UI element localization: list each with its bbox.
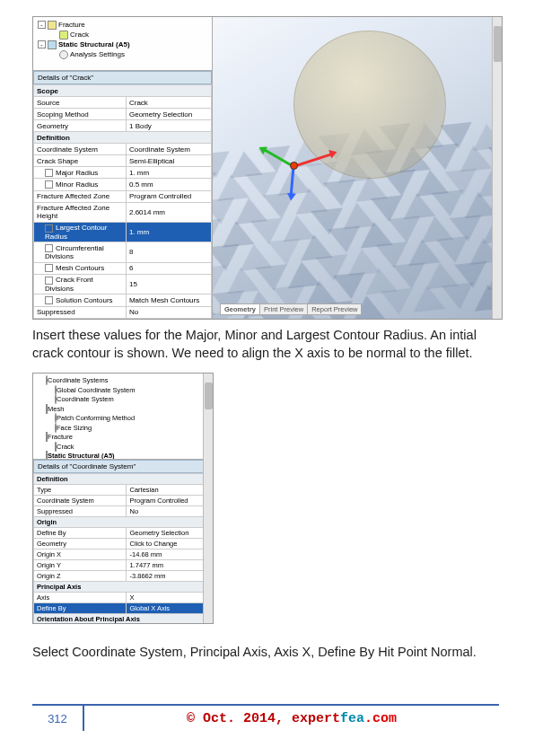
prop-key[interactable]: Type xyxy=(34,485,127,496)
prop-key[interactable]: Major Radius xyxy=(34,167,127,179)
prop-key[interactable]: Origin X xyxy=(34,549,127,560)
prop-value[interactable]: 8 xyxy=(126,242,211,262)
prop-value[interactable]: -14.68 mm xyxy=(127,549,213,560)
crack-left-col: -Fracture Crack -Static Structural (A5) … xyxy=(33,17,213,319)
prop-key[interactable]: Origin Z xyxy=(34,571,127,582)
prop-key[interactable]: Circumferential Divisions xyxy=(34,242,127,262)
details-header: Details of "Coordinate System" xyxy=(33,460,213,473)
tree-label[interactable]: Crack xyxy=(57,443,74,451)
prop-value[interactable]: 0.5 mm xyxy=(126,179,211,190)
prop-key[interactable]: Minor Radius xyxy=(34,179,127,190)
prop-value[interactable]: 1.7477 mm xyxy=(127,560,213,571)
prop-value[interactable]: Coordinate System xyxy=(126,144,211,155)
prop-value[interactable]: Geometry Selection xyxy=(126,109,211,120)
tree-label[interactable]: Patch Conforming Method xyxy=(57,414,135,422)
category-header: Definition xyxy=(34,474,213,485)
tree-collapse-icon[interactable]: - xyxy=(38,21,46,29)
prop-value[interactable]: 1. mm xyxy=(126,222,211,242)
prop-value[interactable]: Program Controlled xyxy=(126,190,211,202)
prop-key[interactable]: Geometry xyxy=(34,120,127,132)
outline-tree-1[interactable]: -Fracture Crack -Static Structural (A5) … xyxy=(33,17,212,71)
prop-key[interactable]: Largest Contour Radius xyxy=(34,222,127,242)
origin-icon xyxy=(290,162,298,170)
prop-key[interactable]: Suppressed xyxy=(34,506,127,517)
prop-key[interactable]: Origin Y xyxy=(34,560,127,571)
tree-label[interactable]: Analysis Settings xyxy=(70,50,125,58)
crack-properties-table: ScopeSourceCrackScoping MethodGeometry S… xyxy=(33,84,212,319)
prop-value[interactable]: -3.8662 mm xyxy=(127,571,213,582)
prop-value[interactable]: 15 xyxy=(126,274,211,294)
coord-properties-table: DefinitionTypeCartesianCoordinate System… xyxy=(33,473,213,623)
category-header: Origin xyxy=(34,517,213,528)
checkbox-icon[interactable] xyxy=(45,169,53,177)
prop-key[interactable]: Scoping Method xyxy=(34,109,127,120)
category-header: Principal Axis xyxy=(34,582,213,593)
checkbox-icon[interactable] xyxy=(45,180,53,189)
prop-value[interactable]: Cartesian xyxy=(127,485,213,496)
scrollbar[interactable] xyxy=(492,17,502,319)
prop-key[interactable]: Coordinate System xyxy=(34,496,127,506)
prop-key[interactable]: Crack Front Divisions xyxy=(34,274,127,294)
prop-value[interactable]: Program Controlled xyxy=(127,496,213,506)
fracture-icon xyxy=(48,21,57,30)
crack-details-panel: -Fracture Crack -Static Structural (A5) … xyxy=(32,16,503,320)
prop-key[interactable]: Fracture Affected Zone xyxy=(34,190,127,202)
checkbox-icon[interactable] xyxy=(45,224,53,233)
tab-report-preview[interactable]: Report Preview xyxy=(307,303,362,315)
prop-key[interactable]: Source xyxy=(34,97,127,109)
prop-key[interactable]: Coordinate System xyxy=(34,144,127,155)
static-structural-icon xyxy=(48,40,57,49)
prop-key[interactable]: Axis xyxy=(34,593,127,603)
prop-value[interactable]: Click to Change xyxy=(127,539,213,549)
prop-value[interactable]: Crack xyxy=(126,97,211,109)
checkbox-icon[interactable] xyxy=(45,296,53,304)
coordinate-triad xyxy=(293,165,365,237)
tab-print-preview[interactable]: Print Preview xyxy=(259,303,308,315)
prop-value[interactable]: Geometry Selection xyxy=(127,528,213,539)
tree-label[interactable]: Static Structural (A5) xyxy=(48,452,115,460)
prop-value[interactable]: Semi-Elliptical xyxy=(126,155,211,167)
tree-label[interactable]: Coordinate Systems xyxy=(48,376,109,384)
checkbox-icon[interactable] xyxy=(45,244,53,252)
prop-key[interactable]: Geometry xyxy=(34,539,127,549)
prop-value[interactable]: No xyxy=(127,506,213,517)
instruction-text-1: Insert these values for the Major, Minor… xyxy=(32,326,499,363)
checkbox-icon[interactable] xyxy=(45,277,53,285)
prop-key[interactable]: Define By xyxy=(34,528,127,539)
outline-tree-2[interactable]: Coordinate SystemsGlobal Coordinate Syst… xyxy=(33,374,213,460)
prop-value[interactable]: 2.6014 mm xyxy=(126,202,211,222)
prop-key[interactable]: Crack Shape xyxy=(34,155,127,167)
prop-key[interactable]: Suppressed xyxy=(34,306,127,318)
tree-label[interactable]: Fracture xyxy=(48,433,73,441)
tree-label[interactable]: Global Coordinate System xyxy=(57,386,136,394)
tree-label[interactable]: Mesh xyxy=(48,405,64,413)
prop-value[interactable]: X xyxy=(127,593,213,603)
prop-key[interactable]: Fracture Affected Zone Height xyxy=(34,202,127,222)
prop-key[interactable]: Define By xyxy=(34,603,127,614)
prop-value[interactable]: 1. mm xyxy=(126,167,211,179)
tree-label[interactable]: Fracture xyxy=(58,21,85,29)
coord-system-panel: Coordinate SystemsGlobal Coordinate Syst… xyxy=(32,373,214,624)
instruction-text-2: Select Coordinate System, Principal Axis… xyxy=(32,643,499,661)
prop-value[interactable]: 6 xyxy=(126,262,211,274)
prop-key[interactable]: Solution Contours xyxy=(34,294,127,306)
tree-label[interactable]: Static Structural (A5) xyxy=(58,40,130,48)
scrollbar[interactable] xyxy=(203,374,213,623)
page-footer: 312 © Oct. 2014, expertfea.com xyxy=(32,704,499,731)
tab-geometry[interactable]: Geometry xyxy=(220,303,260,315)
tree-collapse-icon[interactable]: - xyxy=(38,40,46,48)
details-header: Details of "Crack" xyxy=(33,71,212,84)
category-header: Orientation About Principal Axis xyxy=(34,614,213,624)
prop-key[interactable]: Mesh Contours xyxy=(34,262,127,274)
prop-value[interactable]: Match Mesh Contours xyxy=(126,294,211,306)
viewport-3d[interactable]: GeometryPrint PreviewReport Preview xyxy=(213,17,502,319)
crack-icon xyxy=(59,31,68,40)
prop-value[interactable]: 1 Body xyxy=(126,120,211,132)
tree-label[interactable]: Coordinate System xyxy=(57,395,114,403)
tree-label[interactable]: Crack xyxy=(70,31,89,39)
checkbox-icon[interactable] xyxy=(45,264,53,272)
tree-label[interactable]: Face Sizing xyxy=(57,424,92,432)
category-header: Scope xyxy=(34,85,212,97)
prop-value[interactable]: Global X Axis xyxy=(127,603,213,614)
prop-value[interactable]: No xyxy=(126,306,211,318)
